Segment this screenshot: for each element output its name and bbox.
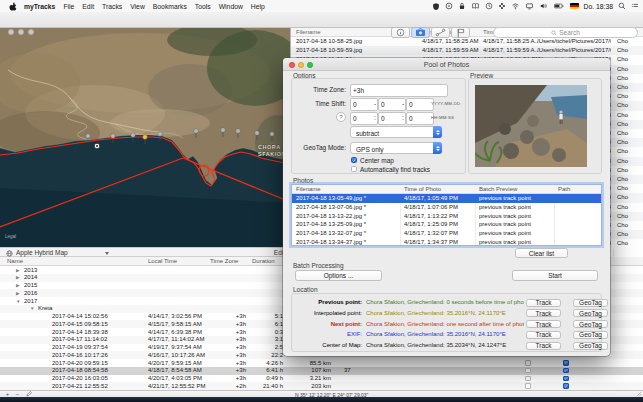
pool-photo-row[interactable]: 2017-04-18 13-13-22.jpg *4/18/17, 1:13:2… [292,212,602,221]
menu-view[interactable]: View [130,3,145,10]
track-checkbox-checked[interactable] [563,383,569,389]
zoom-window-button[interactable] [28,29,34,35]
track-button[interactable]: Track [526,331,561,339]
cell-time: 4/18/17, 1:25:09 PM [404,221,473,227]
geotag-button[interactable]: GeoTag [573,299,608,307]
menu-tracks[interactable]: Tracks [102,3,122,10]
pool-photo-row[interactable]: 2017-04-18 13-32-07.jpg *4/18/17, 1:32:0… [292,229,602,238]
clear-list-button[interactable]: Clear list [515,248,568,258]
photos-pool-button[interactable] [411,27,430,38]
display-airplay-icon[interactable] [525,2,534,10]
header-duration[interactable]: Duration [252,258,275,264]
fan-icon[interactable] [498,2,506,10]
header-time-of-photo[interactable]: Time of Photo [404,186,441,192]
map-satellite-image: CHORA SFAKION [0,28,290,247]
track-tools-button[interactable] [431,27,450,38]
pool-photo-row[interactable]: 2017-04-18 13-07-06.jpg *4/18/17, 1:07:0… [292,203,602,212]
status-bar: + − N 35° 12' 12.20" E 24° 07' 29.03" [0,390,643,397]
chevron-down-icon[interactable] [105,252,109,255]
menu-window[interactable]: Window [219,3,243,10]
geotag-button[interactable]: GeoTag [573,320,608,328]
keyboard-layout-flag-de[interactable] [570,3,579,9]
search-placeholder: Search [559,29,580,36]
shift-mode-dropdown[interactable]: subtract [350,126,442,138]
track-checkbox-checked[interactable] [563,368,569,374]
track-row[interactable]: 2017-04-18 08:54:584/18/17, 8:54:58 AM+3… [0,367,643,375]
shift-day-field[interactable] [406,98,434,111]
batch-options-button[interactable]: Options ... [295,270,382,281]
menu-file[interactable]: File [63,3,74,10]
menu-tools[interactable]: Tools [195,3,211,10]
disclosure-triangle-icon[interactable]: ▶ [16,268,19,273]
track-button[interactable]: Track [526,320,561,328]
pool-photo-row[interactable]: 2017-04-18 13-34-37.jpg *4/18/17, 1:34:3… [292,238,602,246]
help-button[interactable]: ? [336,112,346,122]
spotlight-icon[interactable] [618,2,626,10]
header-local-time[interactable]: Local Time [148,258,177,264]
disclosure-triangle-icon[interactable]: ▼ [16,299,20,304]
minimize-window-button[interactable] [18,29,24,35]
geotag-mode-dropdown[interactable]: GPS only [350,142,442,154]
battery-icon[interactable] [553,2,565,10]
track-button[interactable]: Track [526,342,561,350]
menu-help[interactable]: Help [251,3,265,10]
track-checkbox-checked[interactable] [563,376,569,382]
header-time-zone[interactable]: Time Zone [210,258,238,264]
time-zone-field[interactable] [350,84,448,97]
map-type-dropdown[interactable]: Apple Hybrid Map [16,249,68,256]
disclosure-triangle-icon[interactable]: ▶ [16,291,19,296]
notification-center-icon[interactable] [631,2,639,10]
menu-bookmarks[interactable]: Bookmarks [153,3,187,10]
cell-city: Cho [617,167,628,173]
book-icon[interactable] [471,2,480,10]
geotag-button[interactable]: GeoTag [573,331,608,339]
legal-link[interactable]: Legal [5,234,16,239]
disclosure-triangle-icon[interactable]: ▶ [16,283,19,288]
info-button[interactable] [391,27,410,38]
search-field[interactable]: Search [493,27,638,38]
photo-table-row[interactable]: 2017-04-18 10-59-59.jpg4/18/17, 11:59:59… [290,46,643,55]
header-path[interactable]: Path [558,186,570,192]
flag-button[interactable] [451,27,470,38]
track-checkbox-unchecked[interactable] [525,383,531,389]
track-row[interactable]: 2017-04-20 16:03:054/20/17, 4:03:05 PM+3… [0,375,643,383]
wifi-icon[interactable] [511,2,520,10]
track-checkbox-unchecked[interactable] [525,368,531,374]
track-checkbox-unchecked[interactable] [525,360,531,366]
track-row[interactable]: 2017-04-21 12:55:524/21/17, 12:55:52 PM+… [0,382,643,390]
volume-icon[interactable] [539,2,548,10]
track-row[interactable]: 2017-04-20 09:59:154/20/17, 9:59:15 AM+3… [0,359,643,367]
header-batch-preview[interactable]: Batch Preview [479,186,517,192]
header-filename[interactable]: Filename [296,186,321,192]
shift-second-field[interactable] [406,112,434,125]
sync-circle-icon[interactable] [445,2,453,10]
track-checkbox-checked[interactable] [563,360,569,366]
cell-local: 4/16/17, 10:17:26 AM [148,352,205,358]
track-button[interactable]: Track [526,299,561,307]
dialog-titlebar[interactable]: Pool of Photos [283,58,610,71]
center-map-checkbox[interactable] [351,157,357,163]
track-name: 2017-04-14 15:02:56 [52,313,108,319]
pool-photo-row[interactable]: 2017-04-18 13-05-49.jpg *4/18/17, 1:05:4… [292,194,602,203]
header-name[interactable]: Name [7,258,23,264]
menu-bar-clock[interactable]: Do. 18:38 [584,3,613,10]
close-window-button[interactable] [8,29,14,35]
header-filename[interactable]: Filename [296,29,321,35]
disclosure-triangle-icon[interactable]: ▼ [30,306,34,311]
time-machine-clock-icon[interactable] [485,2,493,10]
lock-icon[interactable] [458,2,466,10]
auto-find-tracks-checkbox[interactable] [351,166,357,172]
track-checkbox-unchecked[interactable] [525,376,531,382]
photo-table-row[interactable]: 2017-04-18 10-58-25.jpg4/18/17, 11:58:25… [290,37,643,46]
apple-menu-icon[interactable] [9,1,17,11]
menu-mytracks[interactable]: myTracks [24,3,55,10]
map-view[interactable]: CHORA SFAKION Legal [0,28,290,247]
pool-photo-row[interactable]: 2017-04-18 13-25-09.jpg *4/18/17, 1:25:0… [292,220,602,229]
geotag-button[interactable]: GeoTag [573,342,608,350]
track-button[interactable]: Track [526,309,561,317]
shield-icon[interactable] [432,2,440,11]
menu-edit[interactable]: Edit [82,3,94,10]
disclosure-triangle-icon[interactable]: ▶ [16,275,19,280]
start-button[interactable]: Start [512,270,598,281]
geotag-button[interactable]: GeoTag [573,309,608,317]
